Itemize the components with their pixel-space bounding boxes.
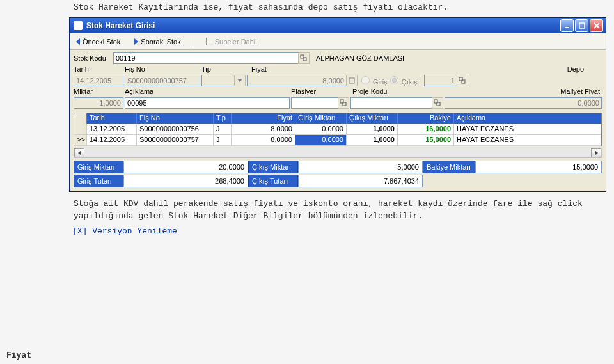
stok-kodu-lookup-button[interactable] <box>298 52 310 64</box>
form-area: Stok Kodu ALPHAGAN GÖZ DAMLASI Tarih Fiş… <box>70 50 606 111</box>
svg-rect-1 <box>579 23 585 28</box>
giris-radio[interactable]: Giriş <box>361 76 388 86</box>
bakiye-miktar-value: 15,0000 <box>475 161 602 173</box>
app-icon <box>74 21 83 30</box>
col-aciklama[interactable]: Açıklama <box>454 113 601 124</box>
maximize-button[interactable] <box>575 19 588 32</box>
plasiyer-input[interactable] <box>291 97 338 109</box>
arrow-right-icon <box>134 38 138 45</box>
fiyat-lookup-button[interactable] <box>346 75 358 86</box>
cikis-tutar-label: Çıkış Tutarı <box>248 175 298 187</box>
depo-lookup-button[interactable] <box>457 75 468 86</box>
proje-label: Proje Kodu <box>352 88 448 95</box>
fisno-input <box>125 75 200 86</box>
col-tip[interactable]: Tip <box>214 113 232 124</box>
giris-cikis-radios: Giriş Çıkış <box>358 76 421 86</box>
stok-hareket-window: Stok Hareket Girisi Önceki Stok Sonraki … <box>69 17 606 192</box>
tip-dropdown-button[interactable] <box>234 75 246 86</box>
doc-intro-text: Stok Hareket Kayıtlarında ise, fiyat sah… <box>0 0 614 17</box>
miktar-label: Miktar <box>74 88 125 95</box>
maliyet-label: Maliyet Fiyatı <box>448 88 602 95</box>
plasiyer-label: Plasiyer <box>291 88 352 95</box>
aciklama-input[interactable] <box>125 97 290 109</box>
aciklama-label: Açıklama <box>125 88 291 95</box>
doc-bottom-text: [X] Versiyon Yenileme <box>0 225 614 239</box>
col-cikis[interactable]: Çıkış Miktarı <box>347 113 398 124</box>
tip-label: Tip <box>201 65 251 73</box>
col-fisno[interactable]: Fiş No <box>137 113 214 124</box>
table-row[interactable]: 13.12.2005 S00000000000756 J 8,0000 0,00… <box>74 124 601 135</box>
summary-area: Giriş Miktarı 20,0000 Çıkış Miktarı 5,00… <box>74 161 602 187</box>
svg-rect-4 <box>349 78 354 83</box>
tip-input <box>201 75 235 86</box>
giris-miktar-value: 20,0000 <box>123 161 248 173</box>
giris-tutar-value: 268,4000 <box>123 175 248 187</box>
fisno-label: Fiş No <box>125 65 201 73</box>
toolbar-separator <box>193 36 193 47</box>
doc-mid-text: Stoğa ait KDV dahil perakende satış fiya… <box>0 192 614 225</box>
prev-stok-button[interactable]: Önceki Stok <box>74 36 123 47</box>
subeler-dahil-button[interactable]: Şubeler Dahil <box>202 36 260 47</box>
cikis-tutar-value: -7.867,4034 <box>298 175 423 187</box>
tarih-input <box>74 75 123 86</box>
stok-kodu-input[interactable] <box>113 52 299 64</box>
horizontal-scrollbar[interactable] <box>74 148 602 158</box>
grid-header: Tarih Fiş No Tip Fiyat Giriş Miktarı Çık… <box>74 113 601 124</box>
scroll-left-button[interactable] <box>74 148 84 157</box>
minimize-button[interactable] <box>560 19 574 32</box>
proje-input[interactable] <box>350 97 432 109</box>
toolbar: Önceki Stok Sonraki Stok Şubeler Dahil <box>70 33 606 50</box>
scroll-right-button[interactable] <box>591 148 601 157</box>
proje-lookup-button[interactable] <box>432 97 443 109</box>
branch-icon <box>205 38 212 45</box>
col-tarih[interactable]: Tarih <box>87 113 137 124</box>
depo-input <box>424 75 457 86</box>
col-bakiye[interactable]: Bakiye <box>398 113 454 124</box>
depo-label: Depo <box>452 65 602 73</box>
col-giris[interactable]: Giriş Miktarı <box>295 113 347 124</box>
fiyat-label: Fiyat <box>251 65 352 73</box>
close-button[interactable] <box>590 19 603 32</box>
arrow-left-icon <box>76 38 80 45</box>
giris-tutar-label: Giriş Tutarı <box>74 175 123 187</box>
window-title: Stok Hareket Girisi <box>86 21 559 30</box>
bakiye-miktar-label: Bakiye Miktarı <box>423 161 475 173</box>
cikis-miktar-label: Çıkış Miktarı <box>248 161 298 173</box>
tarih-label: Tarih <box>74 65 125 73</box>
titlebar: Stok Hareket Girisi <box>70 18 606 33</box>
svg-rect-0 <box>565 27 569 28</box>
miktar-input <box>74 97 123 109</box>
giris-miktar-label: Giriş Miktarı <box>74 161 123 173</box>
maliyet-input <box>445 97 602 109</box>
hareket-grid: Tarih Fiş No Tip Fiyat Giriş Miktarı Çık… <box>74 113 602 146</box>
cikis-radio[interactable]: Çıkış <box>390 76 418 86</box>
stok-kodu-label: Stok Kodu <box>74 54 113 62</box>
grid-body: 13.12.2005 S00000000000756 J 8,0000 0,00… <box>74 124 601 146</box>
next-stok-button[interactable]: Sonraki Stok <box>132 36 183 47</box>
doc-side-label: Fiyat <box>6 351 31 360</box>
table-row[interactable]: >> 14.12.2005 S00000000000757 J 8,0000 0… <box>74 135 601 146</box>
fiyat-input <box>247 75 347 86</box>
cikis-miktar-value: 5,0000 <box>298 161 423 173</box>
stok-adi-display: ALPHAGAN GÖZ DAMLASI <box>313 54 407 62</box>
plasiyer-lookup-button[interactable] <box>338 97 349 109</box>
col-fiyat[interactable]: Fiyat <box>232 113 295 124</box>
